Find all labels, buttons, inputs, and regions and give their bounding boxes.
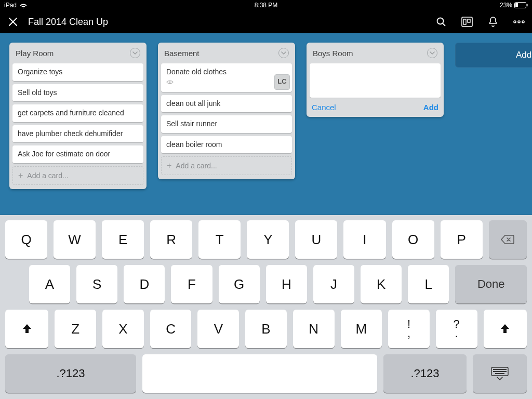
svg-point-8 (518, 21, 520, 23)
key-r[interactable]: R (150, 220, 192, 259)
svg-rect-5 (463, 19, 466, 24)
list-title[interactable]: Play Room (16, 49, 54, 58)
key-s[interactable]: S (76, 265, 117, 303)
card-text: clean boiler room (166, 140, 222, 149)
add-list-button[interactable]: Add (455, 43, 532, 68)
key-question-period[interactable]: ? . (436, 310, 477, 348)
list-menu-icon[interactable] (130, 48, 140, 58)
search-icon[interactable] (435, 16, 447, 28)
key-punct-bot: . (455, 328, 458, 339)
svg-point-9 (522, 21, 524, 23)
card[interactable]: Sell old toys (12, 84, 143, 102)
key-d[interactable]: D (124, 265, 165, 303)
keyboard-row-1: Q W E R T Y U I O P (0, 220, 532, 265)
clock-label: 8:38 PM (255, 2, 278, 9)
key-y[interactable]: Y (247, 220, 289, 259)
list-play-room[interactable]: Play Room Organize toys Sell old toys ge… (9, 43, 147, 189)
list-title[interactable]: Basement (164, 49, 200, 58)
key-p[interactable]: P (441, 220, 483, 259)
list-basement[interactable]: Basement Donate old clothes LC clean out… (158, 43, 295, 179)
key-g[interactable]: G (219, 265, 260, 303)
svg-rect-6 (468, 19, 470, 22)
svg-rect-21 (495, 373, 504, 374)
list-boys-room[interactable]: Boys Room Cancel Add (307, 43, 444, 117)
card[interactable]: have plumber check dehumifider (12, 125, 143, 143)
card[interactable]: Donate old clothes LC (161, 63, 292, 92)
ios-status-bar: iPad 8:38 PM 23% (0, 0, 532, 10)
key-dismiss-keyboard[interactable] (473, 354, 527, 393)
key-i[interactable]: I (343, 220, 385, 259)
key-j[interactable]: J (313, 265, 354, 303)
key-c[interactable]: C (150, 310, 192, 348)
key-done[interactable]: Done (455, 265, 527, 303)
list-title[interactable]: Boys Room (313, 49, 353, 58)
key-z[interactable]: Z (55, 310, 96, 348)
key-b[interactable]: B (245, 310, 287, 348)
key-space[interactable] (142, 354, 377, 393)
plus-icon: + (167, 161, 171, 170)
close-icon[interactable] (7, 16, 19, 28)
key-k[interactable]: K (361, 265, 402, 303)
list-menu-icon[interactable] (427, 48, 437, 58)
add-list-label: Add (516, 50, 531, 60)
card[interactable]: Organize toys (12, 63, 143, 81)
add-card-button[interactable]: + Add a card... (161, 156, 292, 175)
compose-card-input[interactable] (310, 63, 441, 98)
key-t[interactable]: T (198, 220, 241, 259)
notifications-icon[interactable] (487, 16, 499, 28)
battery-icon (514, 2, 528, 8)
key-shift-left[interactable] (5, 310, 48, 348)
card-text: get carpets and furniture cleaned (18, 109, 124, 117)
device-label: iPad (4, 2, 17, 9)
card[interactable]: Ask Joe for estimate on door (12, 145, 143, 163)
more-icon[interactable] (513, 16, 525, 28)
key-f[interactable]: F (171, 265, 212, 303)
key-shift-right[interactable] (484, 310, 527, 348)
card[interactable]: get carpets and furniture cleaned (12, 104, 143, 122)
key-numbers-right[interactable]: .?123 (383, 354, 467, 393)
svg-point-3 (437, 18, 444, 24)
key-h[interactable]: H (266, 265, 307, 303)
key-exclaim-comma[interactable]: ! , (388, 310, 430, 348)
card-text: have plumber check dehumifider (18, 129, 123, 138)
key-m[interactable]: M (341, 310, 382, 348)
wifi-icon (20, 3, 27, 8)
svg-rect-1 (527, 4, 528, 7)
key-q[interactable]: Q (5, 220, 47, 259)
key-l[interactable]: L (408, 265, 449, 303)
board-title: Fall 2014 Clean Up (28, 17, 108, 28)
key-numbers-left[interactable]: .?123 (5, 354, 136, 393)
key-a[interactable]: A (29, 265, 70, 303)
card-text: Ask Joe for estimate on door (18, 150, 110, 158)
card[interactable]: clean boiler room (161, 136, 292, 154)
card-text: Organize toys (18, 68, 62, 76)
boards-icon[interactable] (461, 16, 473, 28)
app-header: Fall 2014 Clean Up (0, 10, 532, 33)
add-card-label: Add a card... (176, 162, 217, 170)
key-n[interactable]: N (293, 310, 335, 348)
card-text: Sell old toys (18, 88, 57, 97)
key-e[interactable]: E (102, 220, 144, 259)
card-text: Donate old clothes (166, 68, 227, 76)
add-button[interactable]: Add (423, 103, 438, 112)
svg-rect-19 (493, 369, 507, 370)
card-text: clean out all junk (166, 99, 220, 108)
add-card-button[interactable]: + Add a card... (12, 166, 143, 185)
key-backspace[interactable] (489, 220, 527, 259)
key-o[interactable]: O (392, 220, 434, 259)
key-v[interactable]: V (197, 310, 239, 348)
svg-rect-20 (493, 371, 507, 372)
key-w[interactable]: W (54, 220, 96, 259)
cancel-button[interactable]: Cancel (312, 103, 336, 112)
card[interactable]: clean out all junk (161, 95, 292, 113)
key-x[interactable]: X (102, 310, 144, 348)
eye-icon (166, 79, 271, 87)
card-text: Sell stair runner (166, 119, 217, 128)
key-u[interactable]: U (295, 220, 337, 259)
member-badge[interactable]: LC (274, 74, 290, 90)
svg-point-7 (514, 21, 516, 23)
keyboard-row-2: A S D F G H J K L Done (0, 265, 532, 310)
card[interactable]: Sell stair runner (161, 115, 292, 133)
list-menu-icon[interactable] (278, 48, 289, 58)
ios-keyboard: Q W E R T Y U I O P A S D F G H J K L Do… (0, 215, 532, 399)
